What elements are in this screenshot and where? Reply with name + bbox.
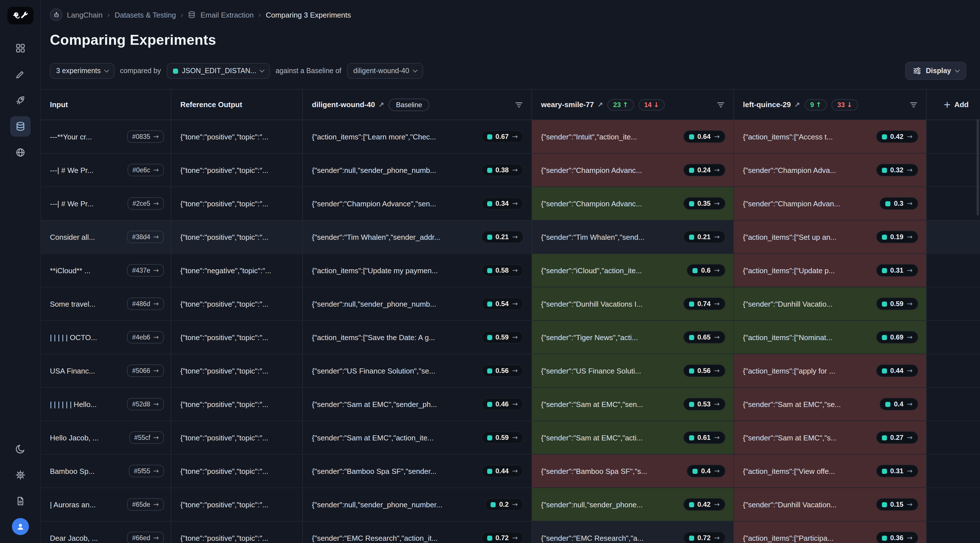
score-pill[interactable]: 0.38 → bbox=[481, 164, 523, 176]
score-pill[interactable]: 0.21 → bbox=[481, 231, 523, 243]
example-id-pill[interactable]: #4eb6 → bbox=[127, 331, 164, 343]
example-id-pill[interactable]: #0835 → bbox=[127, 130, 164, 143]
experiment-output-cell[interactable]: {"sender":"Tim Whalen","send... 0.21 → bbox=[532, 221, 734, 253]
experiment-output-cell[interactable]: {"action_items":["apply for ... 0.44 → bbox=[734, 354, 927, 387]
input-cell[interactable]: Bamboo Sp... #5f55 → bbox=[41, 454, 171, 487]
input-cell[interactable]: ---**Your cr... #0835 → bbox=[41, 120, 171, 153]
score-pill[interactable]: 0.44 → bbox=[481, 465, 523, 477]
experiment-output-cell[interactable]: {"sender":"Dunhill Vacation... 0.15 → bbox=[734, 488, 927, 521]
improved-count-badge[interactable]: 23↑ bbox=[608, 99, 634, 110]
score-pill[interactable]: 0.34 → bbox=[481, 197, 523, 210]
sidebar-item-datasets[interactable] bbox=[10, 116, 30, 137]
score-pill[interactable]: 0.65 → bbox=[683, 331, 725, 343]
input-cell[interactable]: ---| # We Pr... #2ce5 → bbox=[41, 187, 171, 220]
experiment-output-cell[interactable]: {"sender":"iCloud","action_ite... 0.6 → bbox=[532, 254, 734, 287]
experiment-output-cell[interactable]: {"sender":"Sam at EMC","se... 0.4 → bbox=[734, 388, 927, 421]
score-pill[interactable]: 0.54 → bbox=[481, 298, 523, 310]
theme-toggle[interactable] bbox=[10, 439, 30, 459]
baseline-output-cell[interactable]: {"sender":"Sam at EMC","action_ite... 0.… bbox=[303, 421, 532, 454]
score-pill[interactable]: 0.4 → bbox=[880, 398, 918, 410]
score-pill[interactable]: 0.61 → bbox=[683, 431, 725, 444]
baseline-output-cell[interactable]: {"sender":"Bamboo Spa SF","sender... 0.4… bbox=[303, 454, 532, 487]
sidebar-item-playground[interactable] bbox=[10, 142, 30, 163]
reference-output-cell[interactable]: {"tone":"positive","topic":"... bbox=[171, 388, 303, 421]
score-pill[interactable]: 0.53 → bbox=[683, 398, 725, 410]
score-pill[interactable]: 0.46 → bbox=[481, 398, 523, 410]
example-id-pill[interactable]: #65de → bbox=[127, 498, 164, 511]
score-pill[interactable]: 0.15 → bbox=[876, 498, 918, 511]
baseline-output-cell[interactable]: {"action_items":["Learn more","Chec... 0… bbox=[303, 120, 532, 153]
score-pill[interactable]: 0.56 → bbox=[683, 364, 725, 377]
input-cell[interactable]: | | | | | | Hello... #52d8 → bbox=[41, 388, 171, 421]
input-cell[interactable]: Hello Jacob, ... #55cf → bbox=[41, 421, 171, 454]
baseline-output-cell[interactable]: {"sender":"Champion Advance","sen... 0.3… bbox=[303, 187, 532, 220]
experiment-output-cell[interactable]: {"sender":"Champion Advanc... 0.35 → bbox=[532, 187, 734, 220]
add-experiment-button[interactable]: + Add bbox=[943, 99, 969, 110]
experiments-selector[interactable]: 3 experiments bbox=[50, 63, 114, 79]
score-pill[interactable]: 0.27 → bbox=[876, 431, 918, 444]
experiment-output-cell[interactable]: {"sender":"Dunhill Vacations I... 0.74 → bbox=[532, 287, 734, 320]
example-id-pill[interactable]: #2ce5 → bbox=[127, 197, 164, 210]
input-cell[interactable]: **iCloud** ... #437e → bbox=[41, 254, 171, 287]
input-cell[interactable]: USA Financ... #5066 → bbox=[41, 354, 171, 387]
experiment-output-cell[interactable]: {"sender":null,"sender_phone... 0.42 → bbox=[532, 488, 734, 521]
display-button[interactable]: Display bbox=[905, 62, 966, 80]
example-id-pill[interactable]: #0e6c → bbox=[127, 164, 164, 176]
breadcrumb-org[interactable]: LangChain bbox=[67, 11, 103, 19]
score-pill[interactable]: 0.67 → bbox=[481, 130, 523, 143]
score-pill[interactable]: 0.72 → bbox=[481, 532, 523, 543]
reference-output-cell[interactable]: {"tone":"positive","topic":"... bbox=[171, 488, 303, 521]
experiment-output-cell[interactable]: {"sender":"Dunhill Vacatio... 0.59 → bbox=[734, 287, 927, 320]
langsmith-logo[interactable] bbox=[7, 7, 33, 24]
example-id-pill[interactable]: #5f55 → bbox=[129, 465, 164, 477]
sidebar-item-home-grid[interactable] bbox=[10, 38, 30, 59]
experiment-output-cell[interactable]: {"action_items":["Update p... 0.31 → bbox=[734, 254, 927, 287]
experiment-output-cell[interactable]: {"sender":"Intuit","action_ite... 0.64 → bbox=[532, 120, 734, 153]
baseline-output-cell[interactable]: {"sender":"US Finance Solution","se... 0… bbox=[303, 354, 532, 387]
experiment-output-cell[interactable]: {"action_items":["Access t... 0.42 → bbox=[734, 120, 927, 153]
score-pill[interactable]: 0.69 → bbox=[876, 331, 918, 343]
baseline-output-cell[interactable]: {"sender":null,"sender_phone_numb... 0.3… bbox=[303, 154, 532, 186]
score-pill[interactable]: 0.2 → bbox=[485, 498, 524, 511]
external-link-icon[interactable]: ↗ bbox=[794, 101, 800, 108]
experiment-name[interactable]: diligent-wound-40 bbox=[312, 100, 375, 109]
reference-output-cell[interactable]: {"tone":"positive","topic":"... bbox=[171, 321, 303, 354]
reference-output-cell[interactable]: {"tone":"negative","topic":"... bbox=[171, 254, 303, 287]
regressed-count-badge[interactable]: 33↓ bbox=[832, 99, 858, 110]
filter-icon[interactable] bbox=[716, 100, 725, 109]
experiment-output-cell[interactable]: {"sender":"Tiger News","acti... 0.65 → bbox=[532, 321, 734, 354]
score-pill[interactable]: 0.3 → bbox=[880, 197, 918, 210]
filter-icon[interactable] bbox=[909, 100, 918, 109]
score-pill[interactable]: 0.59 → bbox=[481, 331, 523, 343]
score-pill[interactable]: 0.58 → bbox=[481, 264, 523, 276]
improved-count-badge[interactable]: 9↑ bbox=[805, 99, 827, 110]
experiment-output-cell[interactable]: {"sender":"Champion Adva... 0.32 → bbox=[734, 154, 927, 186]
score-pill[interactable]: 0.44 → bbox=[876, 364, 918, 377]
baseline-output-cell[interactable]: {"sender":null,"sender_phone_numb... 0.5… bbox=[303, 287, 532, 320]
input-cell[interactable]: ---| # We Pr... #0e6c → bbox=[41, 154, 171, 186]
score-pill[interactable]: 0.24 → bbox=[683, 164, 725, 176]
example-id-pill[interactable]: #55cf → bbox=[129, 431, 164, 444]
input-cell[interactable]: | Auroras an... #65de → bbox=[41, 488, 171, 521]
breadcrumb-dataset[interactable]: Email Extraction bbox=[200, 11, 254, 19]
experiment-output-cell[interactable]: {"action_items":["View offe... 0.31 → bbox=[734, 454, 927, 487]
score-pill[interactable]: 0.64 → bbox=[683, 130, 725, 143]
score-pill[interactable]: 0.35 → bbox=[683, 197, 725, 210]
example-id-pill[interactable]: #52d8 → bbox=[127, 398, 164, 410]
docs-button[interactable] bbox=[10, 491, 30, 511]
score-pill[interactable]: 0.59 → bbox=[481, 431, 523, 444]
score-pill[interactable]: 0.42 → bbox=[876, 130, 918, 143]
experiment-output-cell[interactable]: {"sender":"Sam at EMC","s... 0.27 → bbox=[734, 421, 927, 454]
example-id-pill[interactable]: #5066 → bbox=[127, 364, 164, 377]
experiment-name[interactable]: weary-smile-77 bbox=[541, 100, 594, 109]
vertical-scrollbar[interactable] bbox=[977, 119, 979, 215]
example-id-pill[interactable]: #66ed → bbox=[127, 532, 164, 543]
filter-icon[interactable] bbox=[514, 100, 523, 109]
sidebar-item-annotations[interactable] bbox=[10, 64, 30, 84]
experiment-name[interactable]: left-quince-29 bbox=[743, 100, 791, 109]
reference-output-cell[interactable]: {"tone":"positive","topic":"... bbox=[171, 187, 303, 220]
org-avatar[interactable] bbox=[50, 8, 62, 21]
example-id-pill[interactable]: #437e → bbox=[127, 264, 164, 276]
baseline-output-cell[interactable]: {"sender":"Tim Whalen","sender_addr... 0… bbox=[303, 221, 532, 253]
experiment-output-cell[interactable]: {"sender":"Bamboo Spa SF","s... 0.4 → bbox=[532, 454, 734, 487]
